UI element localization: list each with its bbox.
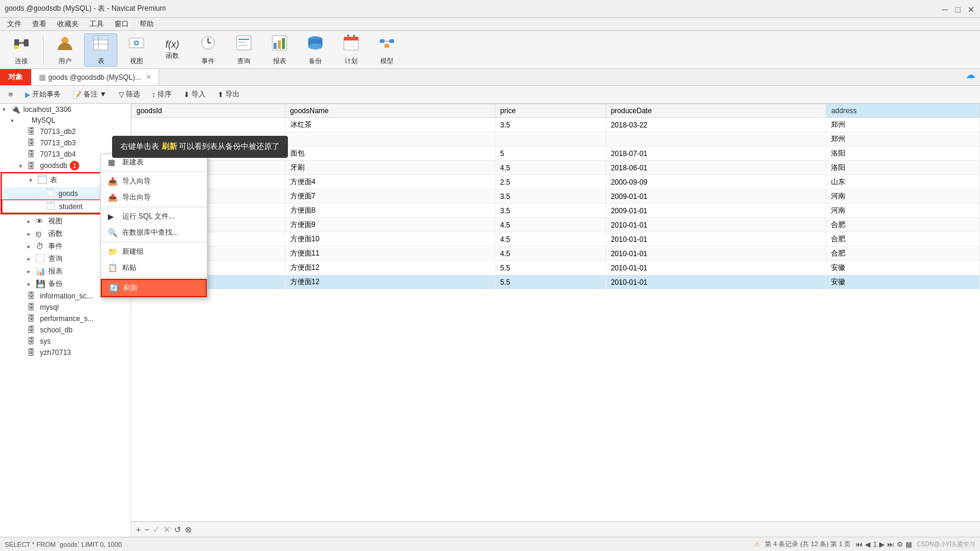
table-row[interactable]: 方便面104.52010-01-01合肥: [132, 232, 980, 247]
table-cell[interactable]: 洛阳: [826, 147, 980, 161]
table-cell[interactable]: 2000-09-09: [606, 175, 826, 189]
toolbar-btn-event[interactable]: 事件: [191, 33, 225, 67]
table-cell[interactable]: 2018-03-22: [606, 118, 826, 132]
col-header-price[interactable]: price: [495, 104, 606, 118]
table-cell[interactable]: 5.5: [495, 261, 606, 275]
table-cell[interactable]: 合肥: [826, 247, 980, 261]
sidebar-item-70713_db2[interactable]: 🗄70713_db2: [0, 126, 131, 137]
minimize-button[interactable]: ─: [941, 5, 949, 13]
table-cell[interactable]: 洛阳: [826, 161, 980, 175]
table-cell[interactable]: 2009-01-01: [606, 189, 826, 204]
table-cell[interactable]: 方便面12: [285, 261, 495, 275]
toolbar-btn-connect[interactable]: 连接: [5, 33, 38, 67]
table-row[interactable]: 1012方便面125.52010-01-01安徽: [132, 275, 980, 289]
note-button[interactable]: 📝 备注 ▼: [68, 88, 111, 101]
menu-item-查看[interactable]: 查看: [27, 18, 51, 30]
table-cell[interactable]: 河南: [826, 189, 980, 204]
context-menu-item-export-wizard[interactable]: 📤导出向导: [101, 189, 207, 206]
last-page-button[interactable]: ⏭: [887, 540, 894, 549]
col-header-produceDate[interactable]: produceDate: [606, 104, 826, 118]
table-cell[interactable]: 3.5: [495, 118, 606, 132]
prev-page-button[interactable]: ◀: [865, 540, 870, 549]
table-cell[interactable]: [606, 132, 826, 147]
table-cell[interactable]: 2010-01-01: [606, 275, 826, 289]
table-cell[interactable]: 合肥: [826, 218, 980, 232]
toolbar-btn-backup[interactable]: 备份: [299, 33, 332, 67]
table-cell[interactable]: [495, 132, 606, 147]
filter-button[interactable]: ▽ 筛选: [114, 88, 145, 101]
table-cell[interactable]: 4.5: [495, 161, 606, 175]
sidebar-item-performance_s...[interactable]: 🗄performance_s...: [0, 313, 131, 324]
settings-button[interactable]: ⚙: [897, 540, 903, 549]
table-row[interactable]: 方便面73.52009-01-01河南: [132, 189, 980, 204]
table-cell[interactable]: 河南: [826, 204, 980, 218]
table-cell[interactable]: 方便面11: [285, 247, 495, 261]
toolbar-btn-report[interactable]: 报表: [263, 33, 296, 67]
begin-trans-button[interactable]: ▶ 开始事务: [20, 88, 66, 101]
toolbar-btn-query[interactable]: 查询: [227, 33, 260, 67]
table-cell[interactable]: 2010-01-01: [606, 247, 826, 261]
table-cell[interactable]: 2010-01-01: [606, 218, 826, 232]
col-header-goodsName[interactable]: goodsName: [285, 104, 495, 118]
first-page-button[interactable]: ⏮: [855, 540, 863, 549]
toolbar-btn-model[interactable]: 模型: [370, 33, 404, 67]
menu-item-工具[interactable]: 工具: [85, 18, 108, 30]
table-cell[interactable]: 合肥: [826, 232, 980, 247]
table-row[interactable]: 牙刷4.52018-06-01洛阳: [132, 161, 980, 175]
table-cell[interactable]: 方便面10: [285, 232, 495, 247]
stop-button[interactable]: ⊗: [185, 525, 192, 534]
maximize-button[interactable]: □: [954, 5, 962, 13]
sidebar-item-yzh70713[interactable]: 🗄yzh70713: [0, 347, 131, 358]
table-cell[interactable]: 4.5: [495, 232, 606, 247]
table-cell[interactable]: 冰红茶: [285, 118, 495, 132]
context-menu-item-find-in-db[interactable]: 🔍在数据库中查找...: [101, 225, 207, 241]
close-tab-button[interactable]: ✕: [146, 73, 151, 81]
next-page-button[interactable]: ▶: [879, 540, 885, 549]
table-cell[interactable]: 山东: [826, 175, 980, 189]
confirm-button[interactable]: ✓: [153, 525, 160, 534]
sidebar-item-localhost_3306[interactable]: ▾🔌localhost_3306: [0, 104, 131, 115]
table-cell[interactable]: 郑州: [826, 118, 980, 132]
table-row[interactable]: 方便面114.52010-01-01合肥: [132, 247, 980, 261]
cloud-icon[interactable]: ☁: [966, 69, 975, 85]
export-button[interactable]: ⬆ 导出: [213, 88, 244, 101]
table-row[interactable]: 方便面125.52010-01-01安徽: [132, 261, 980, 275]
table-cell[interactable]: 面包: [285, 147, 495, 161]
table-scroll[interactable]: goodsIdgoodsNamepriceproduceDateaddress冰…: [131, 104, 980, 521]
sort-button[interactable]: ↕ 排序: [147, 88, 176, 101]
toolbar-btn-table[interactable]: 表: [84, 33, 117, 67]
add-row-button[interactable]: +: [136, 525, 141, 534]
table-cell[interactable]: 郑州: [826, 132, 980, 147]
toolbar-btn-view[interactable]: 视图: [120, 33, 153, 67]
table-cell[interactable]: 4.5: [495, 218, 606, 232]
table-cell[interactable]: 2009-01-01: [606, 204, 826, 218]
context-menu-item-paste[interactable]: 📋粘贴: [101, 260, 207, 276]
table-row[interactable]: 方便面83.52009-01-01河南: [132, 204, 980, 218]
context-menu-item-import-wizard[interactable]: 📥导入向导: [101, 173, 207, 189]
context-menu-item-refresh[interactable]: 🔄刷新: [101, 279, 207, 297]
table-cell[interactable]: 2018-07-01: [606, 147, 826, 161]
table-cell[interactable]: 5.5: [495, 275, 606, 289]
toolbar-btn-func[interactable]: f(x)函数: [156, 33, 189, 67]
table-row[interactable]: 方便面42.52000-09-09山东: [132, 175, 980, 189]
col-header-address[interactable]: address: [826, 104, 980, 118]
sidebar-item-70713_db3[interactable]: 🗄70713_db3: [0, 137, 131, 148]
table-row[interactable]: 方便面94.52010-01-01合肥: [132, 218, 980, 232]
cancel-edit-button[interactable]: ✕: [163, 525, 170, 534]
table-cell[interactable]: [132, 118, 286, 132]
table-cell[interactable]: 2010-01-01: [606, 261, 826, 275]
toolbar-btn-schedule[interactable]: 计划: [334, 33, 368, 67]
table-cell[interactable]: 2018-06-01: [606, 161, 826, 175]
table-cell[interactable]: 2.5: [495, 175, 606, 189]
table-row[interactable]: 冰红茶3.52018-03-22郑州: [132, 118, 980, 132]
import-button[interactable]: ⬇ 导入: [179, 88, 210, 101]
delete-row-button[interactable]: −: [144, 525, 149, 534]
object-tab[interactable]: 对象: [0, 69, 31, 85]
table-cell[interactable]: 方便面8: [285, 204, 495, 218]
menu-item-文件[interactable]: 文件: [2, 18, 26, 30]
sidebar-item-school_db[interactable]: 🗄school_db: [0, 324, 131, 335]
table-cell[interactable]: 3.5: [495, 204, 606, 218]
sidebar-item-mysql[interactable]: ▾MySQL: [0, 115, 131, 126]
col-header-goodsId[interactable]: goodsId: [132, 104, 286, 118]
menu-item-收藏夹[interactable]: 收藏夹: [52, 18, 83, 30]
